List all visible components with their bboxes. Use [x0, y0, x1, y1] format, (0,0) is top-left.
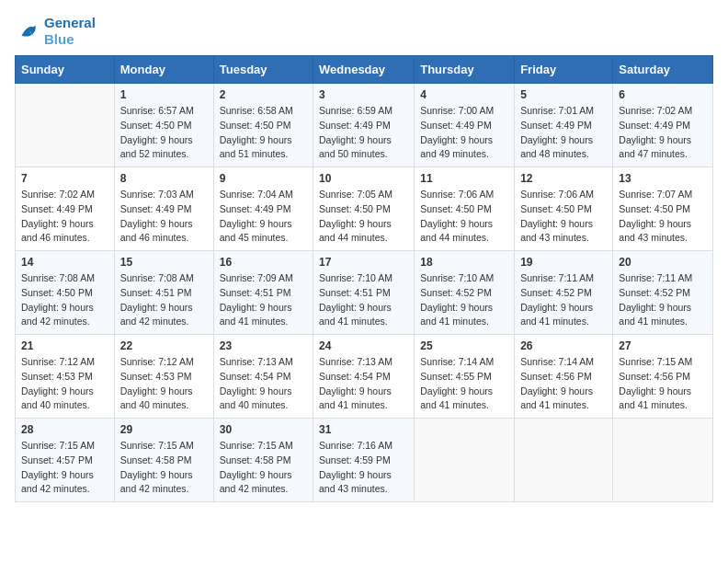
day-number: 27 — [619, 339, 707, 352]
day-number: 1 — [120, 88, 208, 101]
day-number: 24 — [319, 339, 408, 352]
day-cell: 4Sunrise: 7:00 AMSunset: 4:49 PMDaylight… — [415, 84, 515, 167]
week-row-4: 21Sunrise: 7:12 AMSunset: 4:53 PMDayligh… — [16, 335, 713, 419]
day-number: 10 — [319, 172, 408, 185]
day-number: 5 — [520, 88, 607, 101]
week-row-3: 14Sunrise: 7:08 AMSunset: 4:50 PMDayligh… — [16, 251, 713, 335]
day-cell: 25Sunrise: 7:14 AMSunset: 4:55 PMDayligh… — [415, 335, 515, 419]
day-info: Sunrise: 7:15 AMSunset: 4:58 PMDaylight:… — [220, 439, 307, 497]
day-info: Sunrise: 7:15 AMSunset: 4:57 PMDaylight:… — [21, 439, 108, 497]
day-cell: 16Sunrise: 7:09 AMSunset: 4:51 PMDayligh… — [213, 251, 313, 335]
week-row-2: 7Sunrise: 7:02 AMSunset: 4:49 PMDaylight… — [16, 167, 713, 251]
day-cell: 21Sunrise: 7:12 AMSunset: 4:53 PMDayligh… — [16, 335, 115, 419]
day-cell: 1Sunrise: 6:57 AMSunset: 4:50 PMDaylight… — [114, 84, 213, 167]
calendar-table: SundayMondayTuesdayWednesdayThursdayFrid… — [15, 55, 713, 502]
day-info: Sunrise: 7:05 AMSunset: 4:50 PMDaylight:… — [319, 188, 408, 246]
day-number: 22 — [120, 339, 208, 352]
day-info: Sunrise: 7:14 AMSunset: 4:55 PMDaylight:… — [420, 355, 508, 413]
day-info: Sunrise: 7:12 AMSunset: 4:53 PMDaylight:… — [120, 355, 208, 413]
logo: General Blue — [15, 15, 96, 48]
day-cell: 12Sunrise: 7:06 AMSunset: 4:50 PMDayligh… — [515, 167, 613, 251]
day-info: Sunrise: 6:58 AMSunset: 4:50 PMDaylight:… — [220, 104, 307, 162]
day-cell: 30Sunrise: 7:15 AMSunset: 4:58 PMDayligh… — [213, 419, 313, 502]
day-cell: 19Sunrise: 7:11 AMSunset: 4:52 PMDayligh… — [515, 251, 613, 335]
day-cell: 24Sunrise: 7:13 AMSunset: 4:54 PMDayligh… — [313, 335, 415, 419]
day-number: 29 — [120, 423, 208, 436]
day-info: Sunrise: 6:59 AMSunset: 4:49 PMDaylight:… — [319, 104, 408, 162]
day-cell: 20Sunrise: 7:11 AMSunset: 4:52 PMDayligh… — [613, 251, 713, 335]
day-cell — [415, 419, 515, 502]
weekday-header-monday: Monday — [114, 56, 213, 84]
page-header: General Blue — [15, 15, 713, 48]
day-cell: 29Sunrise: 7:15 AMSunset: 4:58 PMDayligh… — [114, 419, 213, 502]
day-number: 9 — [220, 172, 307, 185]
day-number: 3 — [319, 88, 408, 101]
day-cell: 31Sunrise: 7:16 AMSunset: 4:59 PMDayligh… — [313, 419, 415, 502]
day-cell: 27Sunrise: 7:15 AMSunset: 4:56 PMDayligh… — [613, 335, 713, 419]
day-cell: 17Sunrise: 7:10 AMSunset: 4:51 PMDayligh… — [313, 251, 415, 335]
day-number: 2 — [220, 88, 307, 101]
day-number: 12 — [520, 172, 607, 185]
day-cell: 14Sunrise: 7:08 AMSunset: 4:50 PMDayligh… — [16, 251, 115, 335]
day-number: 7 — [21, 172, 108, 185]
day-info: Sunrise: 7:06 AMSunset: 4:50 PMDaylight:… — [520, 188, 607, 246]
day-number: 23 — [220, 339, 307, 352]
day-info: Sunrise: 7:03 AMSunset: 4:49 PMDaylight:… — [120, 188, 208, 246]
day-info: Sunrise: 7:01 AMSunset: 4:49 PMDaylight:… — [520, 104, 607, 162]
weekday-header-tuesday: Tuesday — [213, 56, 313, 84]
week-row-1: 1Sunrise: 6:57 AMSunset: 4:50 PMDaylight… — [16, 84, 713, 167]
day-number: 17 — [319, 256, 408, 269]
day-number: 30 — [220, 423, 307, 436]
day-info: Sunrise: 7:07 AMSunset: 4:50 PMDaylight:… — [619, 188, 707, 246]
day-number: 19 — [520, 256, 607, 269]
day-info: Sunrise: 7:10 AMSunset: 4:51 PMDaylight:… — [319, 271, 408, 329]
day-number: 20 — [619, 256, 707, 269]
day-info: Sunrise: 7:06 AMSunset: 4:50 PMDaylight:… — [420, 188, 508, 246]
day-number: 13 — [619, 172, 707, 185]
day-cell — [515, 419, 613, 502]
week-row-5: 28Sunrise: 7:15 AMSunset: 4:57 PMDayligh… — [16, 419, 713, 502]
weekday-header-thursday: Thursday — [415, 56, 515, 84]
day-cell: 26Sunrise: 7:14 AMSunset: 4:56 PMDayligh… — [515, 335, 613, 419]
logo-icon — [15, 18, 40, 44]
day-cell: 6Sunrise: 7:02 AMSunset: 4:49 PMDaylight… — [613, 84, 713, 167]
day-number: 6 — [619, 88, 707, 101]
day-cell: 11Sunrise: 7:06 AMSunset: 4:50 PMDayligh… — [415, 167, 515, 251]
day-cell: 5Sunrise: 7:01 AMSunset: 4:49 PMDaylight… — [515, 84, 613, 167]
day-cell: 8Sunrise: 7:03 AMSunset: 4:49 PMDaylight… — [114, 167, 213, 251]
day-number: 18 — [420, 256, 508, 269]
day-info: Sunrise: 7:15 AMSunset: 4:56 PMDaylight:… — [619, 355, 707, 413]
day-info: Sunrise: 7:02 AMSunset: 4:49 PMDaylight:… — [21, 188, 108, 246]
day-cell: 18Sunrise: 7:10 AMSunset: 4:52 PMDayligh… — [415, 251, 515, 335]
weekday-header-row: SundayMondayTuesdayWednesdayThursdayFrid… — [16, 56, 713, 84]
day-number: 11 — [420, 172, 508, 185]
day-cell: 28Sunrise: 7:15 AMSunset: 4:57 PMDayligh… — [16, 419, 115, 502]
day-info: Sunrise: 7:13 AMSunset: 4:54 PMDaylight:… — [319, 355, 408, 413]
day-info: Sunrise: 6:57 AMSunset: 4:50 PMDaylight:… — [120, 104, 208, 162]
logo-text: General Blue — [44, 15, 96, 48]
day-number: 14 — [21, 256, 108, 269]
day-cell — [613, 419, 713, 502]
weekday-header-sunday: Sunday — [16, 56, 115, 84]
day-info: Sunrise: 7:04 AMSunset: 4:49 PMDaylight:… — [220, 188, 307, 246]
day-info: Sunrise: 7:11 AMSunset: 4:52 PMDaylight:… — [619, 271, 707, 329]
day-info: Sunrise: 7:15 AMSunset: 4:58 PMDaylight:… — [120, 439, 208, 497]
day-number: 4 — [420, 88, 508, 101]
day-cell: 3Sunrise: 6:59 AMSunset: 4:49 PMDaylight… — [313, 84, 415, 167]
day-info: Sunrise: 7:10 AMSunset: 4:52 PMDaylight:… — [420, 271, 508, 329]
weekday-header-friday: Friday — [515, 56, 613, 84]
day-info: Sunrise: 7:02 AMSunset: 4:49 PMDaylight:… — [619, 104, 707, 162]
day-info: Sunrise: 7:11 AMSunset: 4:52 PMDaylight:… — [520, 271, 607, 329]
day-info: Sunrise: 7:08 AMSunset: 4:50 PMDaylight:… — [21, 271, 108, 329]
day-info: Sunrise: 7:09 AMSunset: 4:51 PMDaylight:… — [220, 271, 307, 329]
weekday-header-saturday: Saturday — [613, 56, 713, 84]
day-info: Sunrise: 7:14 AMSunset: 4:56 PMDaylight:… — [520, 355, 607, 413]
day-cell — [16, 84, 115, 167]
day-info: Sunrise: 7:13 AMSunset: 4:54 PMDaylight:… — [220, 355, 307, 413]
day-number: 8 — [120, 172, 208, 185]
day-cell: 2Sunrise: 6:58 AMSunset: 4:50 PMDaylight… — [213, 84, 313, 167]
day-cell: 15Sunrise: 7:08 AMSunset: 4:51 PMDayligh… — [114, 251, 213, 335]
day-number: 25 — [420, 339, 508, 352]
day-number: 28 — [21, 423, 108, 436]
day-cell: 23Sunrise: 7:13 AMSunset: 4:54 PMDayligh… — [213, 335, 313, 419]
